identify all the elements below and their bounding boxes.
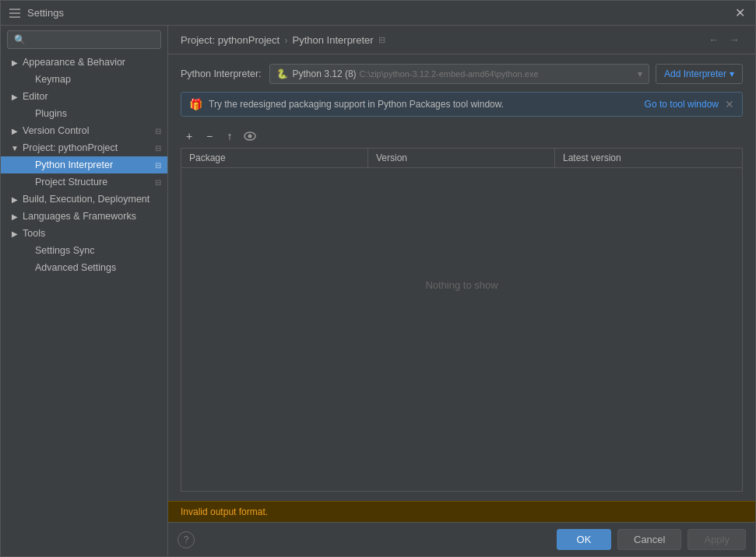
expand-arrow-icon: ▶ <box>10 92 19 101</box>
sidebar-item-label: Version Control <box>23 125 89 136</box>
window-icon: ⊟ <box>155 178 161 187</box>
sidebar-item-languages-frameworks[interactable]: ▶ Languages & Frameworks <box>1 208 167 225</box>
window-icon: ⊟ <box>155 161 161 170</box>
interpreter-row: Python Interpreter: 🐍 Python 3.12 (8) C:… <box>181 64 743 84</box>
version-column-header: Version <box>368 149 555 167</box>
spacer-icon <box>23 177 32 187</box>
add-interpreter-label: Add Interpreter <box>664 68 726 79</box>
sidebar-item-advanced-settings[interactable]: Advanced Settings <box>1 259 167 276</box>
sidebar-item-python-interpreter[interactable]: Python Interpreter ⊟ <box>1 156 167 173</box>
title-bar: Settings ✕ <box>1 1 755 26</box>
back-button[interactable]: ← <box>705 32 723 47</box>
sidebar-item-label: Build, Execution, Deployment <box>23 194 149 205</box>
close-button[interactable]: ✕ <box>732 5 747 21</box>
window-icon: ⊟ <box>155 127 161 135</box>
interpreter-label: Python Interpreter: <box>181 68 262 79</box>
sidebar-item-label: Python Interpreter <box>35 159 113 170</box>
python-icon: 🐍 <box>276 68 288 79</box>
sidebar-item-label: Languages & Frameworks <box>23 211 136 222</box>
spacer-icon <box>23 160 32 170</box>
add-package-button[interactable]: + <box>181 128 198 145</box>
sidebar-item-label: Project: pythonProject <box>23 142 118 153</box>
right-panel: Project: pythonProject › Python Interpre… <box>168 26 755 556</box>
table-empty-state: Nothing to show <box>181 168 742 401</box>
close-banner-button[interactable]: ✕ <box>725 98 734 110</box>
banner-text: Try the redesigned packaging support in … <box>209 99 645 110</box>
apply-button[interactable]: Apply <box>687 529 746 550</box>
sidebar-item-label: Settings Sync <box>35 245 94 256</box>
expand-arrow-icon: ▶ <box>10 229 19 238</box>
sidebar-item-label: Plugins <box>35 108 67 119</box>
footer: ? OK Cancel Apply <box>168 522 755 556</box>
bottom-warning: Invalid output format. <box>168 501 755 522</box>
forward-button[interactable]: → <box>726 32 743 47</box>
spacer-icon <box>23 263 32 272</box>
add-interpreter-arrow-icon: ▾ <box>730 68 734 79</box>
sidebar-item-label: Editor <box>23 91 48 102</box>
sidebar-item-settings-sync[interactable]: Settings Sync <box>1 242 167 259</box>
expand-arrow-icon: ▶ <box>10 126 19 135</box>
sidebar-item-plugins[interactable]: Plugins <box>1 105 167 122</box>
sidebar-item-label: Appearance & Behavior <box>23 57 125 68</box>
breadcrumb-current: Python Interpreter <box>293 34 374 46</box>
dropdown-arrow-icon: ▾ <box>638 68 642 79</box>
breadcrumb-parent: Project: pythonProject <box>181 34 280 46</box>
breadcrumb-bar: Project: pythonProject › Python Interpre… <box>168 26 755 54</box>
sidebar-item-project-structure[interactable]: Project Structure ⊟ <box>1 173 167 191</box>
window-minimize-icon: ⊟ <box>378 35 385 45</box>
search-input[interactable] <box>7 30 161 49</box>
go-to-tool-window-link[interactable]: Go to tool window <box>645 99 719 110</box>
spacer-icon <box>23 75 32 84</box>
sidebar-item-label: Advanced Settings <box>35 262 116 273</box>
interpreter-select[interactable]: 🐍 Python 3.12 (8) C:\zip\python-3.12.2-e… <box>269 64 649 84</box>
panel-content: Python Interpreter: 🐍 Python 3.12 (8) C:… <box>168 54 755 501</box>
svg-rect-2 <box>9 16 20 18</box>
gift-icon: 🎁 <box>189 98 202 110</box>
svg-rect-0 <box>9 9 20 10</box>
packages-toolbar: + − ↑ <box>181 124 743 149</box>
spacer-icon <box>23 109 32 118</box>
svg-point-4 <box>248 135 252 138</box>
ok-button[interactable]: OK <box>557 529 611 550</box>
expand-arrow-icon: ▶ <box>10 212 19 221</box>
footer-left: ? <box>178 531 550 548</box>
sidebar-item-version-control[interactable]: ▶ Version Control ⊟ <box>1 122 167 139</box>
packages-table[interactable]: Package Version Latest version Nothing t… <box>181 149 743 492</box>
expand-arrow-icon: ▶ <box>10 194 19 204</box>
sidebar-item-label: Keymap <box>35 74 71 85</box>
sidebar-item-appearance[interactable]: ▶ Appearance & Behavior <box>1 54 167 71</box>
sidebar-item-label: Tools <box>23 228 45 239</box>
package-column-header: Package <box>181 149 368 167</box>
svg-rect-1 <box>9 12 20 14</box>
breadcrumb: Project: pythonProject › Python Interpre… <box>181 34 385 46</box>
eye-icon <box>244 131 256 141</box>
help-button[interactable]: ? <box>178 531 195 548</box>
sidebar-item-keymap[interactable]: Keymap <box>1 71 167 88</box>
cancel-button[interactable]: Cancel <box>617 529 681 550</box>
add-interpreter-button[interactable]: Add Interpreter ▾ <box>656 64 743 84</box>
nav-arrows: ← → <box>705 32 743 47</box>
interpreter-path: C:\zip\python-3.12.2-embed-amd64\python.… <box>360 69 539 79</box>
warning-text: Invalid output format. <box>181 506 268 517</box>
spacer-icon <box>23 246 32 255</box>
interpreter-name: Python 3.12 (8) <box>293 68 357 79</box>
remove-package-button[interactable]: − <box>201 128 218 145</box>
sidebar-item-label: Project Structure <box>35 177 107 187</box>
expand-arrow-icon: ▶ <box>10 58 19 67</box>
show-details-button[interactable] <box>241 128 258 145</box>
sidebar: ▶ Appearance & Behavior Keymap ▶ Editor … <box>1 26 168 556</box>
table-header: Package Version Latest version <box>181 149 742 168</box>
info-banner: 🎁 Try the redesigned packaging support i… <box>181 92 743 117</box>
window-icon: ⊟ <box>155 144 161 152</box>
latest-version-column-header: Latest version <box>555 149 742 167</box>
upload-package-button[interactable]: ↑ <box>221 128 238 145</box>
collapse-arrow-icon: ▼ <box>10 143 19 152</box>
breadcrumb-separator: › <box>284 34 287 46</box>
sidebar-item-editor[interactable]: ▶ Editor <box>1 88 167 105</box>
sidebar-item-tools[interactable]: ▶ Tools <box>1 225 167 242</box>
sidebar-item-build-execution[interactable]: ▶ Build, Execution, Deployment <box>1 191 167 208</box>
dialog-title: Settings <box>27 7 732 19</box>
settings-icon <box>9 7 21 19</box>
sidebar-item-project[interactable]: ▼ Project: pythonProject ⊟ <box>1 139 167 156</box>
